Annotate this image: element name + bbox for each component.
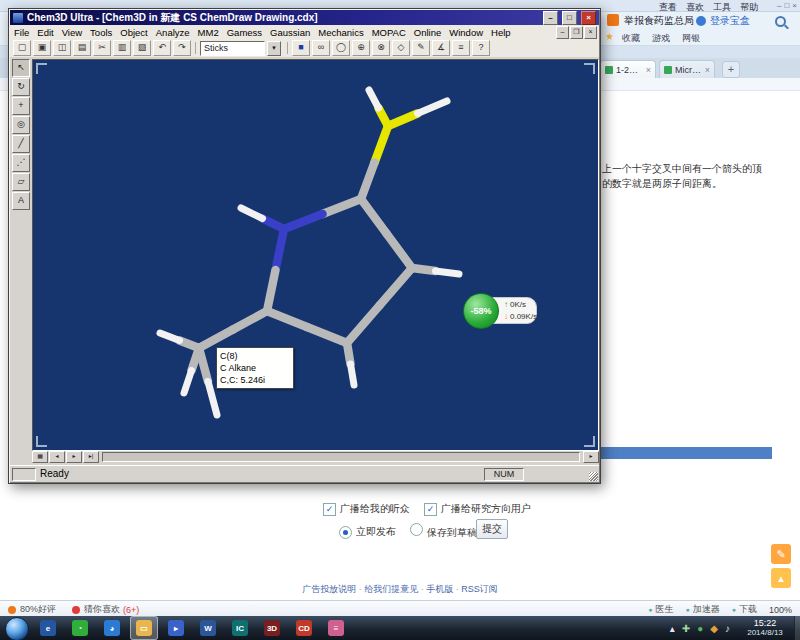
- tray-health-icon[interactable]: ✚: [682, 623, 690, 634]
- browser-tab[interactable]: Micr… ×: [659, 60, 715, 78]
- recommend-indicator[interactable]: 猜你喜欢 (6+): [72, 603, 139, 616]
- copy-button[interactable]: ▥: [113, 40, 131, 56]
- footer-link[interactable]: 广告投放说明: [302, 584, 356, 594]
- bookmark-item[interactable]: 网银: [682, 32, 700, 45]
- playback-end-button[interactable]: ▸: [583, 451, 599, 463]
- cut-button[interactable]: ✂: [93, 40, 111, 56]
- radio-icon[interactable]: [410, 523, 423, 536]
- checkbox-icon[interactable]: ✓: [323, 503, 336, 516]
- select-tool[interactable]: ↖: [12, 59, 30, 77]
- favorites-star-icon[interactable]: ★: [605, 31, 614, 42]
- taskbar-app-chem3d[interactable]: 3D: [258, 616, 286, 640]
- menu-item[interactable]: Mechanics: [314, 27, 367, 38]
- menu-item[interactable]: Object: [116, 27, 151, 38]
- eraser-tool[interactable]: ▱: [12, 173, 30, 191]
- close-button[interactable]: ×: [581, 11, 596, 25]
- save-button[interactable]: ◫: [53, 40, 71, 56]
- menu-item[interactable]: Analyze: [152, 27, 194, 38]
- redo-button[interactable]: ↷: [173, 40, 191, 56]
- taskbar-app-browser[interactable]: ◕: [98, 616, 126, 640]
- menu-item[interactable]: Gaussian: [266, 27, 314, 38]
- tray-volume-icon[interactable]: ♪: [725, 623, 730, 634]
- start-button[interactable]: [5, 617, 29, 640]
- menu-item[interactable]: MM2: [194, 27, 223, 38]
- single-bond-tool[interactable]: ╱: [12, 135, 30, 153]
- submit-button[interactable]: 提交: [476, 519, 508, 539]
- taskbar-app-ie[interactable]: e: [34, 616, 62, 640]
- menu-item[interactable]: Gamess: [223, 27, 266, 38]
- radio-publish-now[interactable]: 立即发布: [339, 525, 396, 539]
- paste-button[interactable]: ▧: [133, 40, 151, 56]
- help-button[interactable]: ?: [472, 40, 490, 56]
- menu-item[interactable]: Online: [410, 27, 445, 38]
- taskbar-app-notes[interactable]: ≡: [322, 616, 350, 640]
- title-bar[interactable]: Chem3D Ultra - [Chem3D in 新建 CS ChemDraw…: [10, 10, 599, 25]
- mdi-minimize-button[interactable]: –: [556, 26, 569, 39]
- menu-item[interactable]: Tools: [86, 27, 116, 38]
- trackball-tool[interactable]: ↻: [12, 78, 30, 96]
- tray-shield-icon[interactable]: ●: [697, 623, 703, 634]
- undo-button[interactable]: ↶: [153, 40, 171, 56]
- build-ring-button[interactable]: ◇: [392, 40, 410, 56]
- footer-link[interactable]: RSS订阅: [453, 584, 498, 594]
- tray-hidden-icons[interactable]: ▴: [670, 623, 675, 634]
- taskbar-app-chemoffice[interactable]: IC: [226, 616, 254, 640]
- new-button[interactable]: ▢: [13, 40, 31, 56]
- checkbox-icon[interactable]: ✓: [424, 503, 437, 516]
- login-area[interactable]: 登录宝盒: [696, 14, 750, 28]
- status-tool-item[interactable]: 医生: [648, 603, 673, 616]
- checkbox-research-users[interactable]: ✓广播给研究方向用户: [424, 502, 531, 516]
- menu-item[interactable]: File: [10, 27, 33, 38]
- taskbar-app-chemdraw[interactable]: CD: [290, 616, 318, 640]
- stereo-view-button[interactable]: ∞: [312, 40, 330, 56]
- background-color-button[interactable]: ■: [292, 40, 310, 56]
- footer-link[interactable]: 给我们提意见: [356, 584, 418, 594]
- menu-item[interactable]: View: [58, 27, 86, 38]
- playback-track[interactable]: [102, 452, 580, 462]
- taskbar-app-word[interactable]: W: [194, 616, 222, 640]
- write-widget-button[interactable]: ✎: [771, 544, 791, 564]
- menu-item[interactable]: Help: [487, 27, 515, 38]
- menu-item[interactable]: Edit: [33, 27, 57, 38]
- radio-icon[interactable]: [339, 526, 352, 539]
- playback-button[interactable]: ▸|: [83, 451, 99, 463]
- playback-button[interactable]: ▸: [66, 451, 82, 463]
- show-desktop-button[interactable]: [794, 616, 800, 640]
- mdi-close-button[interactable]: ×: [584, 26, 597, 39]
- resize-grip[interactable]: [589, 472, 598, 481]
- playback-button[interactable]: ▦: [32, 451, 48, 463]
- playback-button[interactable]: ◂: [49, 451, 65, 463]
- status-tool-item[interactable]: 下载: [732, 603, 757, 616]
- chevron-down-icon[interactable]: ▼: [267, 41, 281, 56]
- status-tool-item[interactable]: 加速器: [686, 603, 720, 616]
- browser-tab[interactable]: 1-2… ×: [600, 60, 656, 78]
- text-build-button[interactable]: ✎: [412, 40, 430, 56]
- open-button[interactable]: ▣: [33, 40, 51, 56]
- remove-fragment-button[interactable]: ⊗: [372, 40, 390, 56]
- tab-close-icon[interactable]: ×: [646, 65, 651, 75]
- maximize-button[interactable]: □: [562, 11, 577, 25]
- model-type-select[interactable]: Sticks: [200, 41, 265, 56]
- footer-link[interactable]: 手机版: [418, 584, 453, 594]
- add-fragment-button[interactable]: ⊕: [352, 40, 370, 56]
- rotate-view-button[interactable]: ◯: [332, 40, 350, 56]
- bookmark-item[interactable]: 游戏: [652, 32, 670, 45]
- checkbox-my-audience[interactable]: ✓广播给我的听众: [323, 502, 410, 516]
- rating-indicator[interactable]: 80%好评: [8, 603, 56, 616]
- tab-close-icon[interactable]: ×: [705, 65, 710, 75]
- multi-bond-tool[interactable]: ⋰: [12, 154, 30, 172]
- browser-window-button[interactable]: –: [777, 1, 781, 10]
- measure-button[interactable]: ∡: [432, 40, 450, 56]
- clock[interactable]: 15:22 2014/8/13: [738, 618, 792, 638]
- address-text[interactable]: 举报食药监总局: [624, 14, 694, 28]
- speed-ball-widget[interactable]: -58%: [463, 293, 499, 329]
- minimize-button[interactable]: –: [543, 11, 558, 25]
- search-icon[interactable]: [775, 16, 786, 27]
- back-to-top-button[interactable]: ▴: [771, 568, 791, 588]
- viewport[interactable]: C(8) C Alkane C,C: 5.246i ↑0K/s ↓0.09K/s…: [32, 59, 599, 451]
- settings-button[interactable]: ≡: [452, 40, 470, 56]
- taskbar-app-explorer[interactable]: ▭: [130, 616, 158, 640]
- menu-item[interactable]: MOPAC: [368, 27, 410, 38]
- print-button[interactable]: ▤: [73, 40, 91, 56]
- browser-window-button[interactable]: ×: [792, 1, 797, 10]
